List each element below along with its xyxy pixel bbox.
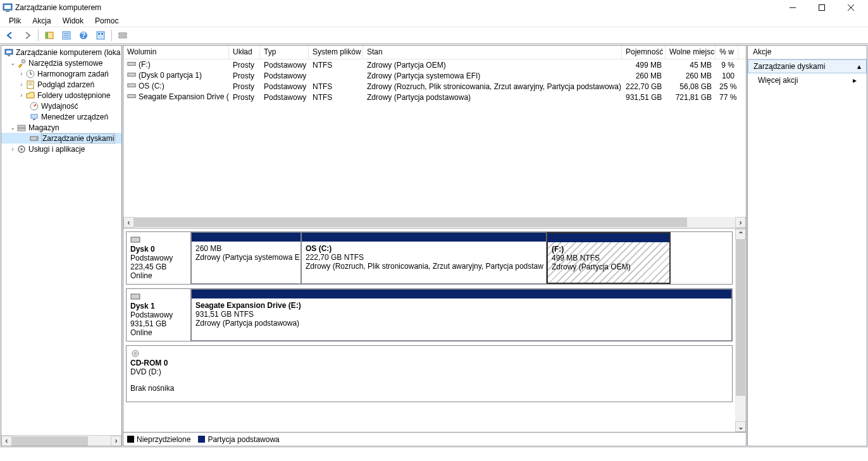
svg-rect-22 [8,55,10,56]
svg-rect-1 [4,5,11,9]
disk-icon [29,133,39,144]
close-button[interactable] [836,0,865,15]
table-row[interactable]: (F:)ProstyPodstawowyNTFSZdrowy (Partycja… [123,59,746,70]
expander-closed-icon[interactable]: › [18,70,25,77]
grid-horizontal-scrollbar[interactable]: ‹ › [123,217,746,228]
expander-closed-icon[interactable]: › [9,145,16,152]
partition-status: Zdrowy (Partycja OEM) [552,262,666,271]
tree-panel: Zarządzanie komputerem (loka ⌄ Narzędzia… [1,45,122,446]
help-button[interactable]: ? [76,28,91,42]
folder-shared-icon [25,90,35,101]
cell-free: 56,08 GB [666,82,716,91]
partition-oem[interactable]: (F:) 499 MB NTFS Zdrowy (Partycja OEM) [547,232,671,284]
col-capacity[interactable]: Pojemność [622,46,666,59]
tree-label: Foldery udostępnione [37,91,110,100]
expander-open-icon[interactable]: ⌄ [9,59,16,66]
disk-row-cdrom[interactable]: CD-ROM 0 DVD (D:) Brak nośnika [126,345,733,402]
partition-header [192,290,731,298]
scroll-left-icon[interactable]: ‹ [123,217,134,228]
table-row[interactable]: (Dysk 0 partycja 1)ProstyPodstawowyZdrow… [123,70,746,81]
svg-rect-21 [6,51,11,53]
partition-os[interactable]: OS (C:) 222,70 GB NTFS Zdrowy (Rozruch, … [301,232,547,284]
cell-free: 260 MB [666,71,716,80]
expander-closed-icon[interactable]: › [18,92,25,99]
actions-group-title[interactable]: Zarządzanie dyskami ▴ [748,59,867,73]
scroll-right-icon[interactable]: › [735,217,746,228]
scroll-track[interactable] [12,436,111,446]
menu-file[interactable]: Plik [4,15,26,27]
actions-header: Akcje [748,46,867,59]
disk-row-1[interactable]: Dysk 1 Podstawowy 931,51 GB Online Seaga… [126,288,733,341]
forward-button[interactable] [20,28,35,42]
tree: Zarządzanie komputerem (loka ⌄ Narzędzia… [1,46,121,435]
disk-name: CD-ROM 0 [130,359,187,367]
disk-row-0[interactable]: Dysk 0 Podstawowy 223,45 GB Online 260 M… [126,231,733,285]
cell-volume: OS (C:) [123,82,229,91]
scroll-down-icon[interactable]: ⌄ [735,421,746,432]
col-filesystem[interactable]: System plików [309,46,363,59]
minimize-button[interactable] [778,0,807,15]
properties-button[interactable] [59,28,74,42]
disk-vertical-scrollbar[interactable]: ⌃ ⌄ [735,229,746,432]
scroll-up-icon[interactable]: ⌃ [735,229,746,240]
maximize-button[interactable] [807,0,836,15]
view-settings-button[interactable] [93,28,108,42]
svg-rect-43 [131,237,140,242]
tree-horizontal-scrollbar[interactable]: ‹ › [1,435,121,446]
device-icon [29,112,39,122]
menu-bar: Plik Akcja Widok Pomoc [0,15,868,27]
legend-unallocated: Nieprzydzielone [127,435,190,444]
tree-system-tools[interactable]: ⌄ Narzędzia systemowe [1,58,121,68]
tree-label: Zarządzanie dyskami [41,133,115,144]
menu-view[interactable]: Widok [58,15,89,27]
menu-help[interactable]: Pomoc [90,15,123,27]
scroll-thumb[interactable] [134,218,687,227]
col-free[interactable]: Wolne miejsce [666,46,716,59]
expander-open-icon[interactable]: ⌄ [9,124,16,131]
tree-root[interactable]: Zarządzanie komputerem (loka [1,47,121,58]
svg-rect-39 [128,63,135,66]
menu-action[interactable]: Akcja [27,15,56,27]
disk-list-button[interactable] [115,28,130,42]
scroll-track[interactable] [735,240,746,421]
partition-efi[interactable]: 260 MB Zdrowy (Partycja systemowa E [191,232,301,284]
scroll-thumb[interactable] [736,240,745,396]
partition-header [192,233,301,242]
tools-icon [16,58,27,68]
col-percent[interactable]: % w [716,46,738,59]
disk-label: CD-ROM 0 DVD (D:) Brak nośnika [127,346,191,402]
back-button[interactable] [3,28,18,42]
tree-storage[interactable]: ⌄ Magazyn [1,122,121,133]
table-row[interactable]: Seagate Expansion Drive (E:)ProstyPodsta… [123,92,746,102]
tree-scheduler[interactable]: › Harmonogram zadań [1,68,121,79]
cell-pct: 77 % [716,93,738,102]
scroll-track[interactable] [134,217,735,228]
partition-seagate[interactable]: Seagate Expansion Drive (E:) 931,51 GB N… [191,289,732,341]
cell-status: Zdrowy (Rozruch, Plik stronicowania, Zrz… [363,82,622,91]
tree-services[interactable]: › Usługi i aplikacje [1,144,121,154]
expander-closed-icon[interactable]: › [18,81,25,88]
grid-body: (F:)ProstyPodstawowyNTFSZdrowy (Partycja… [123,59,746,217]
table-row[interactable]: OS (C:)ProstyPodstawowyNTFSZdrowy (Rozru… [123,81,746,92]
tree-shared-folders[interactable]: › Foldery udostępnione [1,90,121,101]
disk-label: Dysk 0 Podstawowy 223,45 GB Online [127,232,191,284]
collapse-icon[interactable]: ▴ [857,62,861,71]
tree-device-manager[interactable]: Menedżer urządzeń [1,111,121,122]
tree-event-viewer[interactable]: › Podgląd zdarzeń [1,79,121,90]
partition-size: 931,51 GB NTFS [195,310,728,319]
col-layout[interactable]: Układ [229,46,260,59]
tree-disk-management[interactable]: Zarządzanie dyskami [1,133,121,144]
svg-text:?: ? [81,31,85,40]
svg-rect-31 [31,114,37,118]
scroll-thumb[interactable] [12,436,88,446]
scroll-left-icon[interactable]: ‹ [1,436,12,446]
col-volume[interactable]: Wolumin [123,46,229,59]
col-type[interactable]: Typ [260,46,309,59]
scroll-right-icon[interactable]: › [111,436,121,446]
actions-more[interactable]: Więcej akcji ▸ [748,73,867,87]
show-hide-tree-button[interactable] [42,28,57,42]
cell-status: Zdrowy (Partycja systemowa EFI) [363,71,622,80]
tree-performance[interactable]: Wydajność [1,101,121,111]
col-status[interactable]: Stan [363,46,622,59]
volume-icon [127,71,136,80]
